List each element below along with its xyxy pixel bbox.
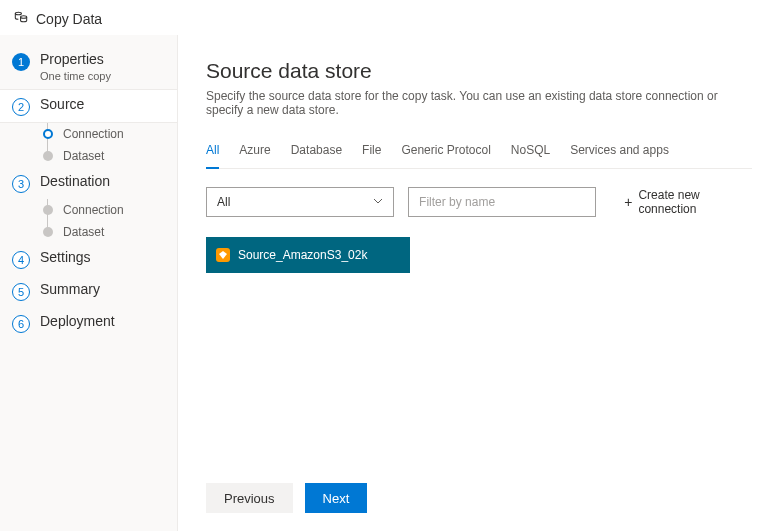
name-filter-input[interactable] — [408, 187, 596, 217]
type-filter-select[interactable]: All — [206, 187, 394, 217]
step-badge-5: 5 — [12, 283, 30, 301]
step-source[interactable]: 2 Source — [0, 89, 177, 123]
chevron-down-icon — [373, 195, 383, 209]
substep-dest-dataset[interactable]: Dataset — [0, 221, 177, 243]
svg-point-1 — [21, 16, 27, 19]
substep-label: Connection — [63, 203, 124, 217]
connection-name: Source_AmazonS3_02k — [238, 248, 367, 262]
amazon-s3-icon — [216, 248, 230, 262]
wizard-sidebar: 1 Properties One time copy 2 Source Conn… — [0, 35, 178, 531]
copy-data-icon — [14, 10, 28, 27]
step-badge-1: 1 — [12, 53, 30, 71]
tab-nosql[interactable]: NoSQL — [511, 143, 550, 169]
tab-database[interactable]: Database — [291, 143, 342, 169]
substep-label: Connection — [63, 127, 124, 141]
substep-source-connection[interactable]: Connection — [0, 123, 177, 145]
previous-button[interactable]: Previous — [206, 483, 293, 513]
category-tabs: All Azure Database File Generic Protocol… — [206, 143, 752, 169]
svg-point-0 — [15, 12, 21, 15]
connection-card[interactable]: Source_AmazonS3_02k — [206, 237, 410, 273]
substep-dest-connection[interactable]: Connection — [0, 199, 177, 221]
substep-dot-icon — [43, 129, 53, 139]
main-content: Source data store Specify the source dat… — [178, 35, 780, 531]
step-badge-4: 4 — [12, 251, 30, 269]
step-label: Source — [40, 96, 84, 114]
substep-dot-icon — [43, 227, 53, 237]
titlebar: Copy Data — [0, 0, 780, 35]
create-connection-button[interactable]: + Create new connection — [624, 188, 752, 216]
step-properties[interactable]: 1 Properties One time copy — [0, 45, 177, 89]
step-label: Deployment — [40, 313, 115, 331]
step-summary[interactable]: 5 Summary — [0, 275, 177, 307]
tab-file[interactable]: File — [362, 143, 381, 169]
substep-label: Dataset — [63, 149, 104, 163]
plus-icon: + — [624, 195, 632, 209]
step-label: Destination — [40, 173, 110, 191]
step-badge-6: 6 — [12, 315, 30, 333]
step-destination[interactable]: 3 Destination — [0, 167, 177, 199]
step-badge-3: 3 — [12, 175, 30, 193]
next-button[interactable]: Next — [305, 483, 368, 513]
step-deployment[interactable]: 6 Deployment — [0, 307, 177, 339]
step-badge-2: 2 — [12, 98, 30, 116]
type-filter-value: All — [217, 195, 230, 209]
app-title: Copy Data — [36, 11, 102, 27]
page-description: Specify the source data store for the co… — [206, 89, 752, 117]
tab-services-apps[interactable]: Services and apps — [570, 143, 669, 169]
substep-source-dataset[interactable]: Dataset — [0, 145, 177, 167]
step-settings[interactable]: 4 Settings — [0, 243, 177, 275]
page-title: Source data store — [206, 59, 752, 83]
wizard-footer: Previous Next — [206, 469, 752, 531]
tab-generic-protocol[interactable]: Generic Protocol — [401, 143, 490, 169]
create-connection-label: Create new connection — [638, 188, 752, 216]
step-sublabel: One time copy — [40, 70, 111, 84]
tab-azure[interactable]: Azure — [239, 143, 270, 169]
step-label: Settings — [40, 249, 91, 267]
substep-dot-icon — [43, 151, 53, 161]
substep-dot-icon — [43, 205, 53, 215]
step-label: Properties — [40, 51, 111, 69]
substep-label: Dataset — [63, 225, 104, 239]
tab-all[interactable]: All — [206, 143, 219, 169]
step-label: Summary — [40, 281, 100, 299]
